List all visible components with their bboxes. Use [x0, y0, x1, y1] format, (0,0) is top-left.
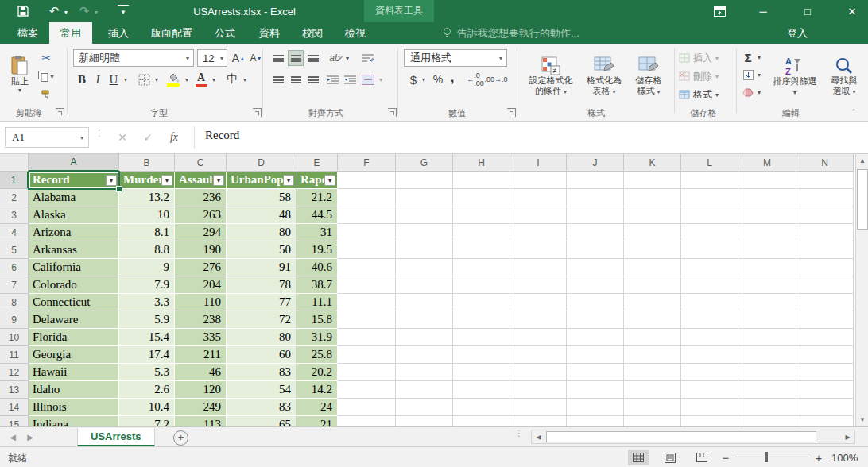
- row-header-15[interactable]: 15: [0, 416, 29, 426]
- cut-button[interactable]: ✂: [38, 50, 54, 66]
- cell-F11[interactable]: [338, 346, 396, 364]
- collapse-ribbon-button[interactable]: ⌃: [847, 107, 860, 117]
- cell-D11[interactable]: 60: [227, 346, 296, 364]
- cell-C2[interactable]: 236: [175, 189, 227, 206]
- clipboard-dialog-launcher[interactable]: [56, 108, 64, 117]
- clear-dropdown[interactable]: ▾: [755, 85, 763, 99]
- cell-G5[interactable]: [396, 241, 453, 259]
- cell-F4[interactable]: [338, 224, 396, 241]
- clear-button[interactable]: [741, 85, 755, 99]
- prev-sheet-button[interactable]: ◀: [6, 430, 19, 443]
- number-dialog-launcher[interactable]: [507, 108, 516, 117]
- cell-H6[interactable]: [453, 259, 510, 276]
- cell-I15[interactable]: [510, 416, 567, 426]
- tell-me-box[interactable]: 告訴我您想要執行的動作...: [442, 22, 579, 44]
- cell-L13[interactable]: [681, 381, 738, 399]
- cell-H1[interactable]: [453, 172, 510, 189]
- cell-E13[interactable]: 14.2: [296, 381, 338, 399]
- cell-D12[interactable]: 83: [227, 364, 296, 381]
- cell-B12[interactable]: 5.3: [119, 364, 175, 381]
- cell-M15[interactable]: [738, 416, 796, 426]
- cell-I9[interactable]: [510, 311, 567, 329]
- cell-L9[interactable]: [681, 311, 738, 329]
- wrap-text-button[interactable]: [359, 50, 377, 66]
- underline-dropdown[interactable]: ▾: [121, 71, 130, 88]
- column-header-G[interactable]: G: [396, 154, 453, 172]
- cell-A14[interactable]: Illinois: [29, 399, 119, 416]
- cell-E4[interactable]: 31: [296, 224, 338, 241]
- minimize-button[interactable]: ─: [747, 0, 779, 22]
- cell-M6[interactable]: [738, 259, 796, 276]
- cell-L14[interactable]: [681, 399, 738, 416]
- cell-M14[interactable]: [738, 399, 796, 416]
- cell-G4[interactable]: [396, 224, 453, 241]
- font-color-button[interactable]: A: [194, 70, 208, 89]
- cell-K15[interactable]: [624, 416, 681, 426]
- cell-K4[interactable]: [624, 224, 681, 241]
- cell-H9[interactable]: [453, 311, 510, 329]
- cell-D3[interactable]: 48: [227, 206, 296, 224]
- cell-G2[interactable]: [396, 189, 453, 206]
- cell-I14[interactable]: [510, 399, 567, 416]
- select-all-corner[interactable]: [0, 154, 29, 172]
- scroll-up-button[interactable]: ▲: [857, 155, 868, 167]
- cell-C12[interactable]: 46: [175, 364, 227, 381]
- cell-E14[interactable]: 24: [296, 399, 338, 416]
- cell-A5[interactable]: Arkansas: [29, 241, 119, 259]
- cell-L7[interactable]: [681, 276, 738, 294]
- cell-D13[interactable]: 54: [227, 381, 296, 399]
- row-header-10[interactable]: 10: [0, 329, 29, 346]
- cell-I12[interactable]: [510, 364, 567, 381]
- cell-M12[interactable]: [738, 364, 796, 381]
- zoom-slider-thumb[interactable]: [765, 452, 768, 462]
- delete-cells-button[interactable]: 刪除▾: [679, 68, 730, 84]
- autosum-button[interactable]: Σ: [741, 50, 755, 64]
- cell-G13[interactable]: [396, 381, 453, 399]
- scroll-left-button[interactable]: ◀: [533, 431, 544, 442]
- column-header-I[interactable]: I: [510, 154, 567, 172]
- bottom-align-button[interactable]: [305, 50, 321, 66]
- cell-N3[interactable]: [796, 206, 854, 224]
- zoom-in-button[interactable]: +: [812, 450, 825, 465]
- cell-B5[interactable]: 8.8: [119, 241, 175, 259]
- column-header-J[interactable]: J: [567, 154, 624, 172]
- cell-F9[interactable]: [338, 311, 396, 329]
- tab-scroll-splitter[interactable]: ⋮: [515, 431, 518, 443]
- cell-I8[interactable]: [510, 294, 567, 311]
- sheet-tab-usarrests[interactable]: USArrests: [77, 428, 155, 446]
- cell-N14[interactable]: [796, 399, 854, 416]
- filter-button-Murder[interactable]: ▾: [161, 175, 172, 186]
- sign-in-button[interactable]: 登入: [787, 22, 808, 44]
- cell-B7[interactable]: 7.9: [119, 276, 175, 294]
- sort-filter-button[interactable]: AZ 排序與篩選▾: [766, 48, 823, 104]
- borders-dropdown[interactable]: ▾: [152, 71, 161, 88]
- tab-home[interactable]: 常用: [49, 22, 92, 44]
- cell-K10[interactable]: [624, 329, 681, 346]
- cell-E3[interactable]: 44.5: [296, 206, 338, 224]
- cell-N10[interactable]: [796, 329, 854, 346]
- row-header-6[interactable]: 6: [0, 259, 29, 276]
- borders-button[interactable]: [137, 72, 151, 87]
- cell-G6[interactable]: [396, 259, 453, 276]
- cell-E15[interactable]: 21: [296, 416, 338, 426]
- row-header-2[interactable]: 2: [0, 189, 29, 206]
- cell-H7[interactable]: [453, 276, 510, 294]
- cell-C14[interactable]: 249: [175, 399, 227, 416]
- cell-D5[interactable]: 50: [227, 241, 296, 259]
- cell-F5[interactable]: [338, 241, 396, 259]
- cell-H12[interactable]: [453, 364, 510, 381]
- page-break-view-button[interactable]: [692, 450, 712, 465]
- close-button[interactable]: ✕: [836, 0, 868, 22]
- italic-button[interactable]: I: [91, 71, 105, 88]
- filter-button-Rape[interactable]: ▾: [324, 175, 335, 186]
- cell-A12[interactable]: Hawaii: [29, 364, 119, 381]
- cell-I2[interactable]: [510, 189, 567, 206]
- cell-A6[interactable]: California: [29, 259, 119, 276]
- horizontal-scrollbar[interactable]: ◀ ▶: [531, 430, 855, 444]
- cell-L10[interactable]: [681, 329, 738, 346]
- cell-K11[interactable]: [624, 346, 681, 364]
- cell-G3[interactable]: [396, 206, 453, 224]
- cell-H14[interactable]: [453, 399, 510, 416]
- cell-J2[interactable]: [567, 189, 624, 206]
- tab-page-layout[interactable]: 版面配置: [140, 22, 203, 44]
